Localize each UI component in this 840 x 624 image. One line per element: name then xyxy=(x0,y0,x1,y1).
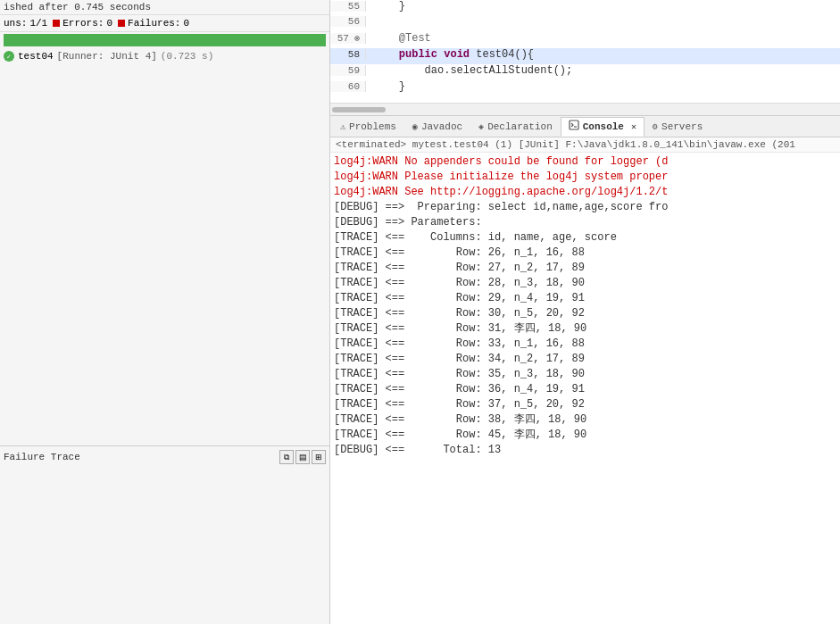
line-content: dao.selectAllStudent(); xyxy=(366,64,572,77)
code-line-60: 60 } xyxy=(330,80,840,96)
editor-hscroll-thumb[interactable] xyxy=(332,107,386,112)
console-line: [TRACE] <== Row: 28, n_3, 18, 90 xyxy=(334,276,836,291)
errors-stat: Errors: 0 xyxy=(53,18,112,29)
progress-bar-container xyxy=(4,34,326,46)
tab-bar: ⚠Problems◉Javadoc◈DeclarationConsole✕⚙Se… xyxy=(330,116,840,137)
servers-tab-icon: ⚙ xyxy=(653,121,658,132)
console-content: log4j:WARN No appenders could be found f… xyxy=(330,153,840,624)
console-line: [TRACE] <== Row: 34, n_2, 17, 89 xyxy=(334,352,836,367)
trace-icon-filter[interactable]: ▤ xyxy=(295,450,310,464)
stats-row: uns: 1/1 Errors: 0 Failures: 0 xyxy=(0,15,329,32)
problems-tab-icon: ⚠ xyxy=(340,121,345,132)
javadoc-tab-icon: ◉ xyxy=(412,121,418,132)
errors-value: 0 xyxy=(106,18,112,29)
console-tab-label: Console xyxy=(583,121,624,132)
tab-declaration[interactable]: ◈Declaration xyxy=(470,117,561,137)
tab-problems[interactable]: ⚠Problems xyxy=(332,117,404,137)
problems-tab-label: Problems xyxy=(349,121,396,132)
console-line: [TRACE] <== Row: 35, n_3, 18, 90 xyxy=(334,367,836,382)
failure-trace-icons: ⧉ ▤ ⊞ xyxy=(279,450,326,464)
code-line-57: 57 ⊗ @Test xyxy=(330,32,840,48)
javadoc-tab-label: Javadoc xyxy=(421,121,462,132)
console-line: [TRACE] <== Row: 38, 李四, 18, 90 xyxy=(334,412,836,428)
tab-console[interactable]: Console✕ xyxy=(561,117,645,137)
code-line-56: 56 xyxy=(330,16,840,32)
line-content: public void test04(){ xyxy=(366,48,534,61)
code-line-59: 59 dao.selectAllStudent(); xyxy=(330,64,840,80)
console-line: [TRACE] <== Row: 37, n_5, 20, 92 xyxy=(334,397,836,412)
console-line: log4j:WARN No appenders could be found f… xyxy=(334,154,836,170)
console-line: [TRACE] <== Row: 36, n_4, 19, 91 xyxy=(334,382,836,397)
console-line: [TRACE] <== Row: 45, 李四, 18, 90 xyxy=(334,428,836,443)
declaration-tab-label: Declaration xyxy=(487,121,553,132)
test-pass-icon xyxy=(4,51,14,62)
runs-value: 1/1 xyxy=(29,18,47,29)
failures-icon xyxy=(118,20,125,27)
runs-label: uns: xyxy=(4,18,27,29)
console-line: log4j:WARN See http://logging.apache.org… xyxy=(334,185,836,200)
console-line: [TRACE] <== Row: 29, n_4, 19, 91 xyxy=(334,291,836,306)
console-tab-icon xyxy=(569,120,579,133)
failures-label: Failures: xyxy=(128,18,180,29)
failure-trace-content xyxy=(4,468,326,620)
failure-trace-header: Failure Trace ⧉ ▤ ⊞ xyxy=(4,450,326,464)
line-content: @Test xyxy=(366,32,431,45)
declaration-tab-icon: ◈ xyxy=(478,121,484,132)
console-area: <terminated> mytest.test04 (1) [JUnit] F… xyxy=(330,137,840,624)
console-line: [TRACE] <== Row: 33, n_1, 16, 88 xyxy=(334,337,836,352)
line-number: 60 xyxy=(330,81,366,92)
console-line: [DEBUG] ==> Parameters: xyxy=(334,215,836,230)
console-line: [TRACE] <== Row: 30, n_5, 20, 92 xyxy=(334,306,836,321)
console-line: [DEBUG] ==> Preparing: select id,name,ag… xyxy=(334,200,836,215)
code-line-58: 58 public void test04(){ xyxy=(330,48,840,64)
line-content: } xyxy=(366,80,405,93)
errors-label: Errors: xyxy=(62,18,104,29)
tab-javadoc[interactable]: ◉Javadoc xyxy=(404,117,470,137)
code-editor: 55 }5657 ⊗ @Test58 public void test04(){… xyxy=(330,0,840,116)
failure-trace-section: Failure Trace ⧉ ▤ ⊞ xyxy=(0,445,329,624)
line-content: } xyxy=(366,0,405,12)
run-time-text: ished after 0.745 seconds xyxy=(4,2,151,12)
right-panel: 55 }5657 ⊗ @Test58 public void test04(){… xyxy=(330,0,840,624)
run-time-label: ished after 0.745 seconds xyxy=(0,0,329,15)
line-number: 58 xyxy=(330,49,366,60)
failures-value: 0 xyxy=(183,18,189,29)
line-number: 59 xyxy=(330,65,366,76)
line-number: 55 xyxy=(330,1,366,12)
console-line: log4j:WARN Please initialize the log4j s… xyxy=(334,170,836,185)
console-line: [TRACE] <== Row: 27, n_2, 17, 89 xyxy=(334,261,836,276)
test-name: test04 xyxy=(18,51,54,62)
console-tab-close-icon[interactable]: ✕ xyxy=(631,121,636,132)
test-result-row[interactable]: test04 [Runner: JUnit 4] (0.723 s) xyxy=(0,48,329,64)
console-line: [TRACE] <== Row: 31, 李四, 18, 90 xyxy=(334,321,836,337)
left-panel: ished after 0.745 seconds uns: 1/1 Error… xyxy=(0,0,330,624)
test-runner: [Runner: JUnit 4] xyxy=(57,51,157,62)
console-header: <terminated> mytest.test04 (1) [JUnit] F… xyxy=(330,137,840,153)
test-time: (0.723 s) xyxy=(161,51,213,62)
line-number: 56 xyxy=(330,16,366,27)
trace-icon-copy[interactable]: ⧉ xyxy=(279,450,294,464)
progress-bar-fill xyxy=(4,34,326,46)
console-line: [TRACE] <== Row: 26, n_1, 16, 88 xyxy=(334,245,836,261)
servers-tab-label: Servers xyxy=(661,121,703,132)
runs-stat: uns: 1/1 xyxy=(4,18,47,29)
console-line: [DEBUG] <== Total: 13 xyxy=(334,443,836,458)
console-line: [TRACE] <== Columns: id, name, age, scor… xyxy=(334,230,836,245)
errors-icon xyxy=(53,20,60,27)
editor-hscroll[interactable] xyxy=(330,103,840,115)
failures-stat: Failures: 0 xyxy=(118,18,189,29)
failure-trace-label: Failure Trace xyxy=(4,452,80,462)
svg-rect-0 xyxy=(570,121,578,129)
code-line-55: 55 } xyxy=(330,0,840,16)
code-lines: 55 }5657 ⊗ @Test58 public void test04(){… xyxy=(330,0,840,103)
tab-servers[interactable]: ⚙Servers xyxy=(645,117,711,137)
trace-icon-expand[interactable]: ⊞ xyxy=(312,450,326,464)
line-number: 57 ⊗ xyxy=(330,33,366,44)
